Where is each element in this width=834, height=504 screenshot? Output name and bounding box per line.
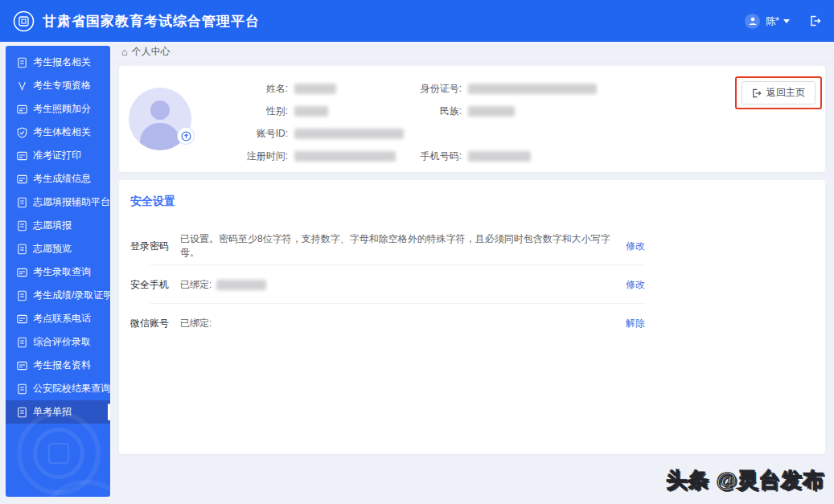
sidebar-item-icon <box>17 337 27 348</box>
annotation-highlight-box: 返回主页 <box>735 76 822 109</box>
toutiao-watermark: 头条 @灵台发布 <box>666 466 824 494</box>
sidebar-item[interactable]: 志愿填报辅助平台 <box>6 191 110 214</box>
sidebar-item-label: 考生成绩信息 <box>33 172 91 186</box>
sidebar-item-label: 志愿填报 <box>33 219 72 232</box>
redacted-value <box>468 106 515 117</box>
sidebar-item-icon <box>17 80 27 92</box>
security-row-desc: 已绑定: <box>180 278 266 292</box>
redacted-value <box>294 106 328 117</box>
sidebar-item-icon <box>17 244 27 255</box>
sidebar-item-label: 考生体检相关 <box>33 125 91 139</box>
profile-fields: 姓名:身份证号:性别:民族:账号ID:注册时间:手机号码: <box>211 72 816 167</box>
sidebar-item-label: 考点联系电话 <box>33 312 91 326</box>
sidebar-item-icon <box>17 220 27 232</box>
sidebar-nav: 考生报名相关 考生专项资格 考生照顾加分 考生体检相关 准考证打印 考生成绩信息 <box>6 46 110 497</box>
sidebar-item-icon <box>17 197 27 208</box>
redacted-value <box>468 151 531 162</box>
breadcrumb: ⌂ 个人中心 <box>110 42 834 63</box>
sidebar-item[interactable]: 考生专项资格 <box>6 74 110 97</box>
security-row: 登录密码已设置。密码至少8位字符，支持数字、字母和除空格外的特殊字符，且必须同时… <box>130 227 645 265</box>
profile-field: 身份证号: <box>404 82 597 96</box>
security-row-label: 微信账号 <box>130 317 169 330</box>
sidebar-item-label: 志愿预览 <box>33 242 72 256</box>
redacted-value <box>294 84 336 94</box>
top-header: 甘肃省国家教育考试综合管理平台 陈* <box>0 0 834 42</box>
caret-down-icon <box>783 19 790 23</box>
security-row-desc: 已绑定: <box>180 317 212 330</box>
return-home-button[interactable]: 返回主页 <box>742 81 816 104</box>
sidebar-item[interactable]: 综合评价录取 <box>6 330 110 354</box>
sidebar-item-label: 考生专项资格 <box>33 79 91 92</box>
sidebar-item[interactable]: 考生录取查询 <box>6 260 110 284</box>
return-home-label: 返回主页 <box>766 86 805 100</box>
redacted-value <box>216 280 266 290</box>
sidebar-item[interactable]: 志愿预览 <box>6 237 110 260</box>
profile-card: 姓名:身份证号:性别:民族:账号ID:注册时间:手机号码: 返回主页 <box>119 66 825 172</box>
sidebar-item-label: 考生报名相关 <box>33 55 91 69</box>
security-row-label: 登录密码 <box>130 240 169 253</box>
security-action-link[interactable]: 修改 <box>626 240 645 253</box>
logout-icon[interactable] <box>810 15 821 27</box>
sidebar-item-label: 综合评价录取 <box>33 335 91 349</box>
profile-field: 性别: <box>211 104 404 118</box>
security-section-title: 安全设置 <box>130 195 814 209</box>
security-settings-card: 安全设置 登录密码已设置。密码至少8位字符，支持数字、字母和除空格外的特殊字符，… <box>119 180 825 454</box>
profile-field: 姓名: <box>211 82 404 96</box>
sidebar-item-label: 考生录取查询 <box>33 265 91 279</box>
redacted-value <box>468 84 597 94</box>
upload-avatar-icon[interactable] <box>178 128 194 144</box>
sidebar-item-icon <box>17 127 27 138</box>
sidebar-item[interactable]: 考生成绩/录取证明 <box>6 284 110 307</box>
redacted-value <box>294 129 404 139</box>
sidebar-item-label: 考生报名资料 <box>33 359 91 372</box>
profile-field-label: 账号ID: <box>211 127 288 141</box>
page-title: 甘肃省国家教育考试综合管理平台 <box>43 12 260 31</box>
sidebar-item[interactable]: 考点联系电话 <box>6 307 110 330</box>
sidebar-item[interactable]: 单考单招 <box>6 400 110 424</box>
sidebar-item-icon <box>17 313 27 325</box>
sidebar-item[interactable]: 考生成绩信息 <box>6 167 110 191</box>
sidebar-item-label: 志愿填报辅助平台 <box>33 195 110 209</box>
profile-field: 注册时间: <box>211 150 404 163</box>
sidebar-item-icon <box>17 383 27 395</box>
main-content: ⌂ 个人中心 姓名:身份证号:性别:民族:账号ID:注册时间:手机号码: <box>110 42 834 504</box>
security-row: 安全手机已绑定:修改 <box>130 265 645 304</box>
sidebar-item[interactable]: 考生报名资料 <box>6 354 110 377</box>
sidebar-item[interactable]: 考生体检相关 <box>6 121 110 144</box>
profile-field-label: 注册时间: <box>211 150 288 163</box>
user-menu[interactable]: 陈* <box>766 14 790 28</box>
profile-field: 手机号码: <box>404 150 531 163</box>
user-avatar-icon[interactable] <box>745 14 760 29</box>
security-rows: 登录密码已设置。密码至少8位字符，支持数字、字母和除空格外的特殊字符，且必须同时… <box>130 227 645 342</box>
sidebar-item-label: 公安院校结果查询 <box>33 382 110 395</box>
sidebar-item-label: 准考证打印 <box>33 149 81 162</box>
sidebar-item[interactable]: 考生照顾加分 <box>6 97 110 121</box>
sidebar-item-icon <box>17 57 27 68</box>
sidebar-item[interactable]: 准考证打印 <box>6 144 110 167</box>
sidebar-item[interactable]: 志愿填报 <box>6 214 110 237</box>
sidebar-item[interactable]: 公安院校结果查询 <box>6 377 110 400</box>
security-action-link[interactable]: 修改 <box>626 278 645 292</box>
profile-field: 账号ID: <box>211 127 404 141</box>
sidebar-item-icon <box>17 290 27 301</box>
app-window: 甘肃省国家教育考试综合管理平台 陈* <box>0 0 834 504</box>
profile-field: 民族: <box>404 104 515 118</box>
sidebar-item-label: 单考单招 <box>33 405 72 419</box>
sidebar-item-icon <box>17 104 27 115</box>
sidebar-item-icon <box>17 407 27 418</box>
sidebar-item-label: 考生照顾加分 <box>33 102 91 116</box>
sidebar-item-icon <box>17 174 27 185</box>
emblem-icon <box>13 10 35 32</box>
sidebar-item-icon <box>17 150 27 162</box>
breadcrumb-label: 个人中心 <box>132 45 170 59</box>
redacted-value <box>294 151 396 162</box>
security-row: 微信账号已绑定:解除 <box>130 304 645 342</box>
profile-field-label: 民族: <box>404 104 462 118</box>
security-action-link[interactable]: 解除 <box>626 317 645 330</box>
profile-field-label: 性别: <box>211 104 288 118</box>
sidebar-watermark-ring <box>38 480 110 497</box>
sidebar-watermark-emblem <box>17 412 101 495</box>
sidebar-item-icon <box>17 267 27 278</box>
sidebar-item[interactable]: 考生报名相关 <box>6 51 110 74</box>
sidebar-item-label: 考生成绩/录取证明 <box>33 289 110 302</box>
